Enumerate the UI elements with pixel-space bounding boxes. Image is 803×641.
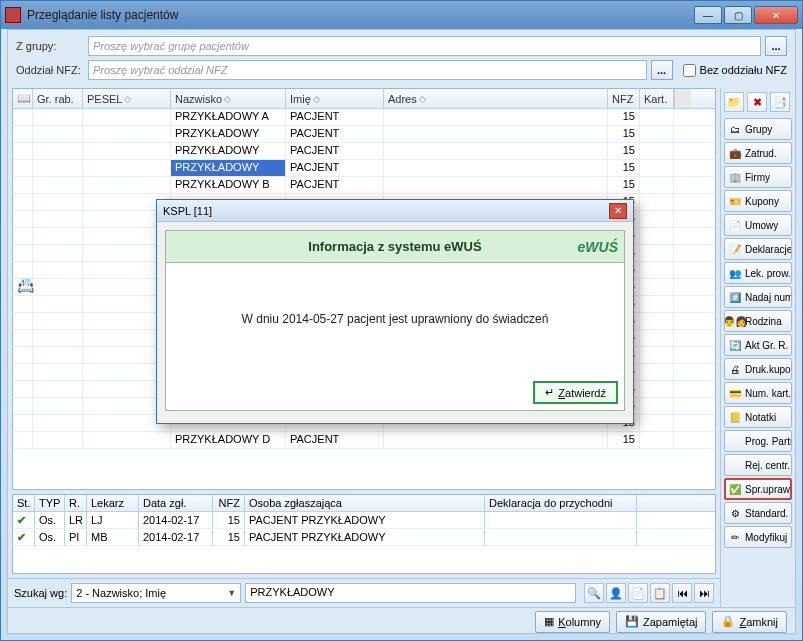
number-icon: #️⃣ <box>728 290 742 304</box>
nfz-browse-button[interactable]: ... <box>651 60 673 80</box>
sidebar: 📁 ✖ 📑 🗂Grupy 💼Zatrud. 🏢Firmy 🎫Kupony 📄Um… <box>720 88 795 607</box>
col-grrab[interactable]: Gr. rab. <box>33 89 83 108</box>
zapamietaj-button[interactable]: 💾Zapamiętaj <box>616 611 706 633</box>
grid-vscroll[interactable] <box>674 89 691 108</box>
group-placeholder: Proszę wybrać grupę pacjentów <box>93 40 249 52</box>
lock-icon: 🔒 <box>721 615 735 628</box>
table-row[interactable]: PRZYKŁADOWYPACJENT15 <box>13 160 715 177</box>
table-row[interactable]: ✔Os.PIMB2014-02-1715PACJENT PRZYKŁADOWY <box>13 529 715 546</box>
kolumny-button[interactable]: ▦Kolumny <box>535 611 610 633</box>
window-title: Przeglądanie listy pacjentów <box>27 8 694 22</box>
print-icon: 🖨 <box>728 362 742 376</box>
col-book-icon[interactable]: 📖 <box>13 89 33 108</box>
app-icon <box>5 7 21 23</box>
chevron-down-icon: ▼ <box>227 588 236 598</box>
side-nadajnum[interactable]: #️⃣Nadaj num. <box>724 286 792 308</box>
side-numkart[interactable]: 💳Num. kart. <box>724 382 792 404</box>
col2-osoba[interactable]: Osoba zgłaszająca <box>245 495 485 511</box>
grid-icon: ▦ <box>544 615 554 628</box>
search-mode-value: 2 - Nazwisko; Imię <box>76 587 166 599</box>
search-tool-2[interactable]: 👤 <box>606 583 626 603</box>
col-adres[interactable]: Adres◇ <box>384 89 608 108</box>
table-row[interactable]: PRZYKŁADOWYPACJENT15 <box>13 126 715 143</box>
side-modyfikuj[interactable]: ✏Modyfikuj <box>724 526 792 548</box>
no-nfz-checkbox-input[interactable] <box>683 64 696 77</box>
side-standard[interactable]: ⚙Standard. <box>724 502 792 524</box>
side-lekprow[interactable]: 👥Lek. prow. <box>724 262 792 284</box>
search-input[interactable]: PRZYKŁADOWY <box>245 583 576 603</box>
table-row[interactable]: PRZYKŁADOWY APACJENT15 <box>13 109 715 126</box>
check-icon: ✅ <box>728 482 742 496</box>
dialog-close-button[interactable]: ✕ <box>609 203 627 219</box>
table-row[interactable]: ✔Os.LRLJ2014-02-1715PACJENT PRZYKŁADOWY <box>13 512 715 529</box>
form-icon: 📝 <box>728 242 742 256</box>
search-tool-5[interactable]: ⏮ <box>672 583 692 603</box>
col-nfz[interactable]: NFZ <box>608 89 640 108</box>
group-input[interactable]: Proszę wybrać grupę pacjentów <box>88 36 761 56</box>
dialog-message: W dniu 2014-05-27 pacjent jest uprawnion… <box>166 263 624 375</box>
no-nfz-checkbox[interactable]: Bez oddziału NFZ <box>683 64 787 77</box>
side-kupony[interactable]: 🎫Kupony <box>724 190 792 212</box>
col2-lekarz[interactable]: Lekarz <box>87 495 139 511</box>
side-drukkupon[interactable]: 🖨Druk.kupon <box>724 358 792 380</box>
folder-icon: 🗂 <box>728 122 742 136</box>
edit-icon: ✏ <box>728 530 742 544</box>
grid-header: 📖 Gr. rab. PESEL◇ Nazwisko◇ Imię◇ Adres◇… <box>13 89 715 109</box>
side-firmy[interactable]: 🏢Firmy <box>724 166 792 188</box>
side-deklaracje[interactable]: 📝Deklaracje <box>724 238 792 260</box>
col2-data[interactable]: Data zgł. <box>139 495 213 511</box>
col2-typ[interactable]: TYP <box>35 495 65 511</box>
col-kart[interactable]: Kart. <box>640 89 674 108</box>
dialog-header: Informacja z systemu eWUŚ <box>308 239 481 254</box>
search-tool-6[interactable]: ⏭ <box>694 583 714 603</box>
table-row[interactable]: PRZYKŁADOWY BPACJENT15 <box>13 177 715 194</box>
nfz-placeholder: Proszę wybrać oddział NFZ <box>93 64 228 76</box>
ewus-logo: eWUŚ <box>578 239 618 255</box>
col2-st[interactable]: St. <box>13 495 35 511</box>
side-rodzina[interactable]: 👨‍👩Rodzina <box>724 310 792 332</box>
search-mode-combo[interactable]: 2 - Nazwisko; Imię▼ <box>71 583 241 603</box>
col2-dekl[interactable]: Deklaracja do przychodni <box>485 495 637 511</box>
col-nazwisko[interactable]: Nazwisko◇ <box>171 89 286 108</box>
refresh-icon: 🔄 <box>728 338 742 352</box>
side-sprupraw[interactable]: ✅Spr.upraw. <box>724 478 792 500</box>
side-progpartn[interactable]: Prog. Partn. <box>724 430 792 452</box>
titlebar: Przeglądanie listy pacjentów — ▢ ✕ <box>1 1 802 29</box>
side-icon-delete-icon[interactable]: ✖ <box>747 92 767 112</box>
nfz-input[interactable]: Proszę wybrać oddział NFZ <box>88 60 647 80</box>
zatwierdz-button[interactable]: ↵Zatwierdź <box>533 381 618 404</box>
ewus-dialog: KSPL [11] ✕ Informacja z systemu eWUŚ eW… <box>156 199 634 424</box>
zamknij-button[interactable]: 🔒Zamknij <box>712 611 787 633</box>
col2-r[interactable]: R. <box>65 495 87 511</box>
table-row[interactable]: PRZYKŁADOWYPACJENT15 <box>13 143 715 160</box>
col-imie[interactable]: Imię◇ <box>286 89 384 108</box>
building-icon: 🏢 <box>728 170 742 184</box>
search-tool-4[interactable]: 📋 <box>650 583 670 603</box>
side-icon-folder-icon[interactable]: 📁 <box>724 92 744 112</box>
group-browse-button[interactable]: ... <box>765 36 787 56</box>
no-nfz-checkbox-label: Bez oddziału NFZ <box>700 64 787 76</box>
col2-nfz[interactable]: NFZ <box>213 495 245 511</box>
side-zatrud[interactable]: 💼Zatrud. <box>724 142 792 164</box>
maximize-button[interactable]: ▢ <box>724 6 752 24</box>
table-row[interactable]: PRZYKŁADOWY DPACJENT15 <box>13 432 715 449</box>
save-icon: 💾 <box>625 615 639 628</box>
close-button[interactable]: ✕ <box>754 6 798 24</box>
col-pesel[interactable]: PESEL◇ <box>83 89 171 108</box>
briefcase-icon: 💼 <box>728 146 742 160</box>
side-notatki[interactable]: 📒Notatki <box>724 406 792 428</box>
minimize-button[interactable]: — <box>694 6 722 24</box>
side-grupy[interactable]: 🗂Grupy <box>724 118 792 140</box>
declarations-grid[interactable]: St. TYP R. Lekarz Data zgł. NFZ Osoba zg… <box>12 494 716 574</box>
side-rejcentr[interactable]: Rej. centr. <box>724 454 792 476</box>
side-aktgrr[interactable]: 🔄Akt Gr. R. <box>724 334 792 356</box>
ticket-icon: 🎫 <box>728 194 742 208</box>
side-icon-copy-icon[interactable]: 📑 <box>770 92 790 112</box>
dialog-title: KSPL [11] <box>163 205 609 217</box>
search-tool-3[interactable]: 📄 <box>628 583 648 603</box>
search-tool-1[interactable]: 🔍 <box>584 583 604 603</box>
arrow-icon: ↵ <box>545 386 554 399</box>
book-marker-icon: 📇 <box>17 277 34 293</box>
side-umowy[interactable]: 📄Umowy <box>724 214 792 236</box>
family-icon: 👨‍👩 <box>728 314 742 328</box>
